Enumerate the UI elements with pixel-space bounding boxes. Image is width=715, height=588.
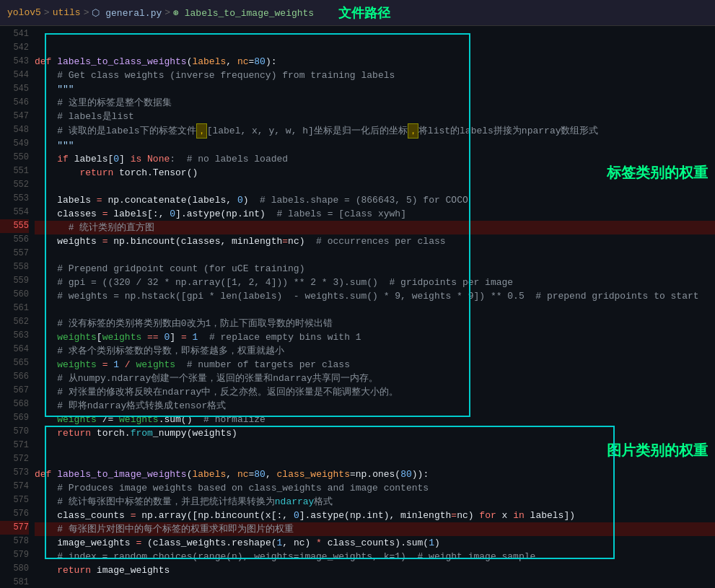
code-line-541 xyxy=(35,27,715,41)
breadcrumb-part-1[interactable]: yolov5 xyxy=(7,7,41,18)
code-line-542 xyxy=(35,41,715,55)
code-line-554: classes = labels[:, 0].astype(np.int) # … xyxy=(35,207,715,221)
code-line-551: return torch.Tensor() xyxy=(35,166,715,180)
top-bar: yolov5 > utils > ⬡ general.py > ⊛ labels… xyxy=(0,0,715,26)
breadcrumb: yolov5 > utils > ⬡ general.py > ⊛ labels… xyxy=(7,7,314,19)
code-line-565: weights = 1 / weights # number of target… xyxy=(35,358,715,372)
code-line-550: if labels[0] is None: # no labels loaded xyxy=(35,152,715,166)
breadcrumb-part-2[interactable]: utils xyxy=(53,7,81,18)
code-line-571 xyxy=(35,440,715,454)
code-line-581 xyxy=(35,577,715,588)
code-line-560: # weights = np.hstack([gpi * len(labels)… xyxy=(35,289,715,303)
code-line-555: # 统计类别的直方图 xyxy=(35,221,715,234)
code-line-563: weights[weights == 0] = 1 # replace empt… xyxy=(35,330,715,344)
code-line-546: # 这里的标签是整个数据集 xyxy=(35,96,715,110)
code-line-556: weights = np.bincount(classes, minlength… xyxy=(35,234,715,248)
code-line-549: """ xyxy=(35,139,715,152)
code-line-562: # 没有标签的类别将类别数由0改为1，防止下面取导数的时候出错 xyxy=(35,317,715,330)
code-line-568: # 即将ndarray格式转换成tensor格式 xyxy=(35,399,715,413)
code-line-572 xyxy=(35,454,715,468)
code-line-569: weights /= weights.sum() # normalize xyxy=(35,413,715,426)
code-line-544: # Get class weights (inverse frequency) … xyxy=(35,69,715,82)
code-line-567: # 对张量的修改将反映在ndarray中，反之亦然。返回的张量是不能调整大小的。 xyxy=(35,385,715,399)
code-line-570: return torch.from_numpy(weights) xyxy=(35,426,715,440)
code-line-564: # 求各个类别标签数的导数，即标签越多，权重就越小 xyxy=(35,344,715,358)
breadcrumb-part-3[interactable]: ⬡ general.py xyxy=(92,7,162,19)
code-line-545: """ xyxy=(35,82,715,96)
code-line-552 xyxy=(35,180,715,193)
line-numbers: 541 542 543 544 545 546 547 548 549 550 … xyxy=(0,26,35,588)
code-line-548: # 读取的是labels下的标签文件，[label, x, y, w, h]坐标… xyxy=(35,123,715,139)
code-line-576: class_counts = np.array([np.bincount(x[:… xyxy=(35,509,715,522)
code-line-566: # 从numpy.ndarray创建一个张量，返回的张量和ndarray共享同一… xyxy=(35,372,715,385)
annotation-filepath: 文件路径 xyxy=(338,4,390,22)
code-line-553: labels = np.concatenate(labels, 0) # lab… xyxy=(35,193,715,207)
code-line-575: # 统计每张图中标签的数量，并且把统计结果转换为ndarray格式 xyxy=(35,495,715,509)
main-content: 541 542 543 544 545 546 547 548 549 550 … xyxy=(0,26,715,588)
code-line-559: # gpi = ((320 / 32 * np.array([1, 2, 4])… xyxy=(35,276,715,289)
code-line-561 xyxy=(35,303,715,317)
code-line-557 xyxy=(35,248,715,262)
breadcrumb-part-4[interactable]: ⊛ labels_to_image_weights xyxy=(173,7,314,19)
code-line-579: # index = random.choices(range(n), weigh… xyxy=(35,550,715,563)
code-line-578: image_weights = (class_weights.reshape(1… xyxy=(35,536,715,550)
code-line-573: def labels_to_image_weights(labels, nc=8… xyxy=(35,468,715,481)
code-line-547: # labels是list xyxy=(35,110,715,123)
code-line-558: # Prepend gridpoint count (for uCE train… xyxy=(35,262,715,276)
code-line-574: # Produces image weights based on class_… xyxy=(35,481,715,495)
code-line-543: def labels_to_class_weights(labels, nc=8… xyxy=(35,55,715,69)
code-area: 标签类别的权重 图片类别的权重 def labels_to_class_weig… xyxy=(35,26,715,588)
code-line-577: # 每张图片对图中的每个标签的权重求和即为图片的权重 xyxy=(35,522,715,536)
code-line-580: return image_weights xyxy=(35,563,715,577)
